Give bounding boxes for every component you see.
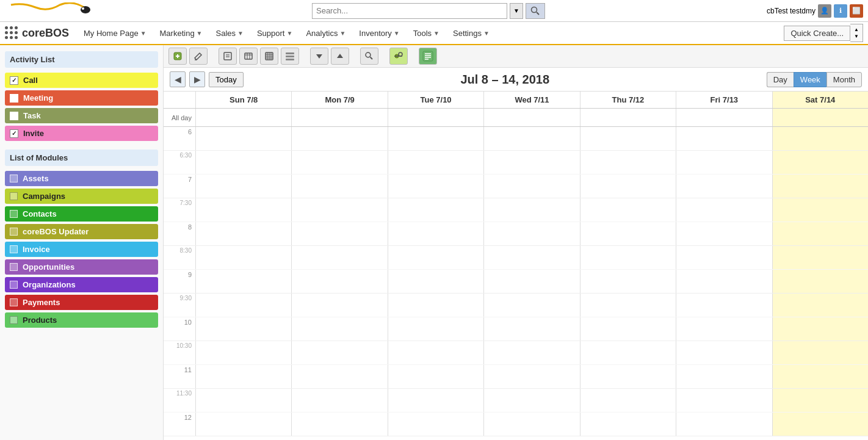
nav-marketing[interactable]: Marketing ▼: [154, 25, 209, 41]
time-cell-12-col-2[interactable]: [388, 413, 483, 436]
activity-meeting[interactable]: ✓ Meeting: [5, 90, 158, 106]
today-button[interactable]: Today: [209, 72, 244, 87]
search-button[interactable]: [526, 3, 545, 19]
nav-sales[interactable]: Sales ▼: [210, 25, 250, 41]
time-cell-12-col-5[interactable]: [676, 413, 772, 436]
allday-thu[interactable]: [580, 109, 676, 126]
time-cell-7-col-2[interactable]: [388, 294, 483, 317]
module-opportunities-checkbox[interactable]: [10, 263, 18, 271]
time-cell-11-col-0[interactable]: [195, 389, 291, 412]
time-cell-1-col-1[interactable]: [291, 151, 387, 174]
time-cell-4-col-4[interactable]: [580, 222, 676, 245]
nav-tools[interactable]: Tools ▼: [407, 25, 446, 41]
time-cell-3-col-0[interactable]: [195, 198, 291, 222]
time-cell-10-col-0[interactable]: [195, 365, 291, 388]
filter-button[interactable]: [389, 48, 408, 65]
search-calendar-button[interactable]: [360, 48, 378, 65]
module-organizations-checkbox[interactable]: [10, 281, 18, 289]
time-cell-5-col-5[interactable]: [676, 246, 772, 269]
time-cell-1-col-6[interactable]: [772, 151, 868, 174]
time-cell-12-col-0[interactable]: [195, 413, 291, 436]
time-cell-0-col-0[interactable]: [195, 127, 291, 150]
user-extra-icon[interactable]: ⬜: [850, 4, 863, 18]
time-cell-1-col-2[interactable]: [388, 151, 483, 174]
time-cell-9-col-2[interactable]: [388, 341, 483, 364]
time-cell-6-col-0[interactable]: [195, 270, 291, 293]
activity-invite[interactable]: ✓ Invite: [5, 126, 158, 141]
month-view-button[interactable]: [260, 48, 278, 65]
time-cell-3-col-4[interactable]: [580, 198, 676, 222]
time-cell-3-col-5[interactable]: [676, 198, 772, 222]
time-cell-7-col-1[interactable]: [291, 294, 387, 317]
time-cell-4-col-1[interactable]: [291, 222, 387, 245]
allday-fri[interactable]: [676, 109, 772, 126]
time-cell-8-col-4[interactable]: [580, 317, 676, 341]
activity-meeting-checkbox[interactable]: ✓: [10, 94, 18, 103]
time-cell-5-col-6[interactable]: [772, 246, 868, 269]
apps-icon[interactable]: [5, 26, 18, 40]
user-profile-icon[interactable]: 👤: [818, 4, 831, 18]
time-cell-9-col-4[interactable]: [580, 341, 676, 364]
module-invoice[interactable]: Invoice: [5, 242, 158, 257]
time-cell-10-col-1[interactable]: [291, 365, 387, 388]
time-cell-0-col-3[interactable]: [483, 127, 579, 150]
time-cell-6-col-3[interactable]: [483, 270, 579, 293]
time-cell-5-col-3[interactable]: [483, 246, 579, 269]
time-cell-2-col-5[interactable]: [676, 175, 772, 198]
time-cell-7-col-6[interactable]: [772, 294, 868, 317]
time-cell-10-col-5[interactable]: [676, 365, 772, 388]
time-cell-2-col-0[interactable]: [195, 175, 291, 198]
time-cell-9-col-3[interactable]: [483, 341, 579, 364]
time-cell-8-col-5[interactable]: [676, 317, 772, 341]
activity-call[interactable]: ✓ Call: [5, 73, 158, 88]
nav-support[interactable]: Support ▼: [251, 25, 298, 41]
next-week-button[interactable]: ▶: [189, 71, 205, 87]
time-cell-5-col-4[interactable]: [580, 246, 676, 269]
time-cell-4-col-3[interactable]: [483, 222, 579, 245]
allday-sat[interactable]: [772, 109, 868, 126]
search-input[interactable]: [312, 3, 507, 19]
add-event-button[interactable]: [168, 48, 187, 65]
allday-mon[interactable]: [291, 109, 387, 126]
time-cell-10-col-2[interactable]: [388, 365, 483, 388]
time-cell-6-col-5[interactable]: [676, 270, 772, 293]
module-corebos-updater-checkbox[interactable]: [10, 228, 18, 236]
activity-invite-checkbox[interactable]: ✓: [10, 129, 18, 138]
time-cell-0-col-1[interactable]: [291, 127, 387, 150]
nav-inventory[interactable]: Inventory ▼: [353, 25, 405, 41]
time-cell-6-col-6[interactable]: [772, 270, 868, 293]
time-cell-6-col-1[interactable]: [291, 270, 387, 293]
week-view-tab[interactable]: Week: [794, 72, 826, 87]
activity-call-checkbox[interactable]: ✓: [10, 76, 18, 85]
month-view-tab[interactable]: Month: [826, 72, 862, 87]
list-view-button[interactable]: [281, 48, 299, 65]
time-cell-9-col-1[interactable]: [291, 341, 387, 364]
quick-create-button[interactable]: ▲ ▼: [850, 24, 863, 42]
time-cell-12-col-1[interactable]: [291, 413, 387, 436]
time-cell-0-col-2[interactable]: [388, 127, 483, 150]
module-assets-checkbox[interactable]: [10, 175, 18, 182]
time-cell-3-col-2[interactable]: [388, 198, 483, 222]
time-cell-7-col-4[interactable]: [580, 294, 676, 317]
module-invoice-checkbox[interactable]: [10, 245, 18, 253]
time-cell-11-col-3[interactable]: [483, 389, 579, 412]
time-cell-1-col-4[interactable]: [580, 151, 676, 174]
time-cell-2-col-3[interactable]: [483, 175, 579, 198]
time-cell-11-col-2[interactable]: [388, 389, 483, 412]
time-cell-2-col-1[interactable]: [291, 175, 387, 198]
time-cell-9-col-6[interactable]: [772, 341, 868, 364]
time-cell-5-col-0[interactable]: [195, 246, 291, 269]
module-contacts[interactable]: Contacts: [5, 206, 158, 222]
time-cell-2-col-2[interactable]: [388, 175, 483, 198]
time-cell-9-col-5[interactable]: [676, 341, 772, 364]
module-campaigns[interactable]: Campaigns: [5, 189, 158, 204]
time-cell-2-col-6[interactable]: [772, 175, 868, 198]
time-cell-7-col-5[interactable]: [676, 294, 772, 317]
allday-sun[interactable]: [195, 109, 291, 126]
module-payments-checkbox[interactable]: [10, 298, 18, 306]
nav-home-page[interactable]: My Home Page ▼: [78, 25, 153, 41]
week-view-button[interactable]: [239, 48, 258, 65]
user-info-icon[interactable]: ℹ: [834, 4, 847, 18]
edit-event-button[interactable]: [189, 48, 208, 65]
time-cell-12-col-6[interactable]: [772, 413, 868, 436]
